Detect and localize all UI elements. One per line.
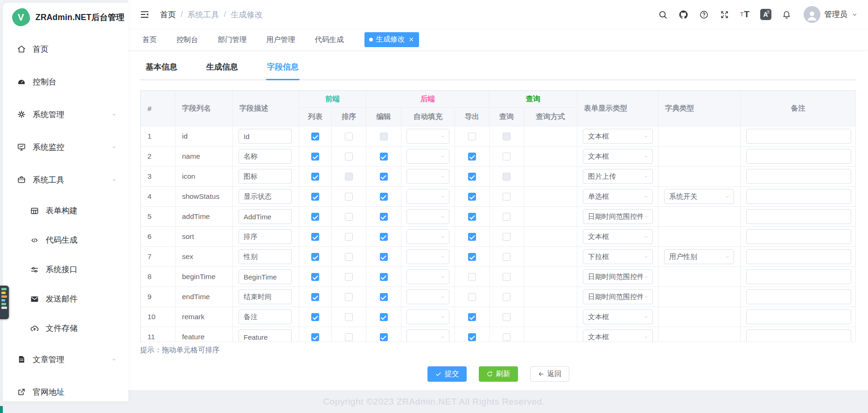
remark-input[interactable] [746,249,851,264]
search-icon[interactable] [658,9,668,20]
sort-checkbox[interactable] [345,173,353,181]
sort-checkbox[interactable] [345,233,353,241]
language-icon[interactable]: A文 [760,9,771,20]
refresh-button[interactable]: 刷新 [479,366,518,382]
sort-checkbox[interactable] [345,193,353,201]
user-menu[interactable]: 管理员 [804,6,858,23]
export-checkbox[interactable] [468,313,476,321]
font-size-icon[interactable]: TT [740,9,750,20]
autofill-select[interactable] [406,169,449,184]
query-checkbox[interactable] [503,193,511,201]
sidebar-item-code-gen[interactable]: 代码生成 [3,225,128,255]
desc-input[interactable] [238,329,292,342]
list-checkbox[interactable] [311,153,319,161]
autofill-select[interactable] [406,249,449,264]
list-checkbox[interactable] [311,273,319,281]
sidebar-item-home[interactable]: 首页 [3,33,128,65]
query-checkbox[interactable] [503,253,511,261]
sort-checkbox[interactable] [345,293,353,301]
remark-input[interactable] [746,309,851,324]
list-checkbox[interactable] [311,293,319,301]
sidebar-item-system-monitor[interactable]: 系统监控 [3,131,128,163]
autofill-select[interactable] [406,309,449,324]
tab-console[interactable]: 控制台 [176,35,198,45]
export-checkbox[interactable] [468,293,476,301]
form-type-select[interactable]: 日期时间范围控件 [583,209,653,224]
autofill-select[interactable] [406,149,449,164]
autofill-select[interactable] [406,189,449,204]
sidebar-item-website[interactable]: 官网地址 [3,376,128,408]
autofill-select[interactable] [406,209,449,224]
close-icon[interactable] [408,36,414,42]
back-button[interactable]: 返回 [530,366,569,382]
query-checkbox[interactable] [503,313,511,321]
form-type-select[interactable]: 单选框 [583,189,653,204]
tab-code-gen[interactable]: 代码生成 [315,35,344,45]
query-checkbox[interactable] [503,173,511,181]
sidebar-item-form-build[interactable]: 表单构建 [3,196,128,225]
export-checkbox[interactable] [468,173,476,181]
floating-widget[interactable] [0,286,9,319]
query-checkbox[interactable] [503,153,511,161]
edit-checkbox[interactable] [380,213,388,221]
query-checkbox[interactable] [503,133,511,140]
query-checkbox[interactable] [503,233,511,241]
dict-type-select[interactable]: 用户性别 [664,249,734,264]
autofill-select[interactable] [406,329,449,342]
remark-input[interactable] [746,169,851,184]
edit-checkbox[interactable] [380,153,388,161]
autofill-select[interactable] [406,269,449,284]
sort-checkbox[interactable] [345,213,353,221]
query-checkbox[interactable] [503,213,511,221]
list-checkbox[interactable] [311,193,319,201]
edit-checkbox[interactable] [380,193,388,201]
desc-input[interactable] [238,309,292,324]
list-checkbox[interactable] [311,253,319,261]
list-checkbox[interactable] [311,233,319,241]
export-checkbox[interactable] [468,253,476,261]
query-checkbox[interactable] [503,273,511,281]
desc-input[interactable] [238,289,292,304]
export-checkbox[interactable] [468,233,476,241]
export-checkbox[interactable] [468,153,476,161]
sidebar-item-system-tools[interactable]: 系统工具 [3,163,128,196]
breadcrumb-item[interactable]: 首页 [160,9,176,20]
export-checkbox[interactable] [468,133,476,140]
query-checkbox[interactable] [503,293,511,301]
edit-checkbox[interactable] [380,173,388,181]
remark-input[interactable] [746,329,851,342]
form-type-select[interactable]: 文本框 [583,329,653,342]
export-checkbox[interactable] [468,333,476,341]
remark-input[interactable] [746,149,851,164]
autofill-select[interactable] [406,289,449,304]
remark-input[interactable] [746,189,851,204]
form-type-select[interactable]: 文本框 [583,129,653,144]
desc-input[interactable] [238,129,292,144]
sort-checkbox[interactable] [345,313,353,321]
edit-checkbox[interactable] [380,313,388,321]
desc-input[interactable] [238,149,292,164]
edit-checkbox[interactable] [380,133,388,140]
desc-input[interactable] [238,249,292,264]
list-checkbox[interactable] [311,133,319,140]
list-checkbox[interactable] [311,213,319,221]
sort-checkbox[interactable] [345,133,353,140]
desc-input[interactable] [238,169,292,184]
sort-checkbox[interactable] [345,273,353,281]
fullscreen-icon[interactable] [719,9,730,20]
export-checkbox[interactable] [468,213,476,221]
sort-checkbox[interactable] [345,333,353,341]
list-checkbox[interactable] [311,313,319,321]
sidebar-item-send-mail[interactable]: 发送邮件 [3,284,128,314]
form-type-select[interactable]: 文本框 [583,149,653,164]
form-type-select[interactable]: 日期时间范围控件 [583,289,653,304]
question-icon[interactable] [699,9,709,20]
form-type-select[interactable]: 图片上传 [583,169,653,184]
desc-input[interactable] [238,269,292,284]
github-icon[interactable] [678,9,689,20]
edit-checkbox[interactable] [380,253,388,261]
remark-input[interactable] [746,209,851,224]
content-tab-basic[interactable]: 基本信息 [145,60,178,79]
breadcrumb-item[interactable]: 系统工具 [188,9,219,20]
sidebar-item-console[interactable]: 控制台 [3,65,128,98]
